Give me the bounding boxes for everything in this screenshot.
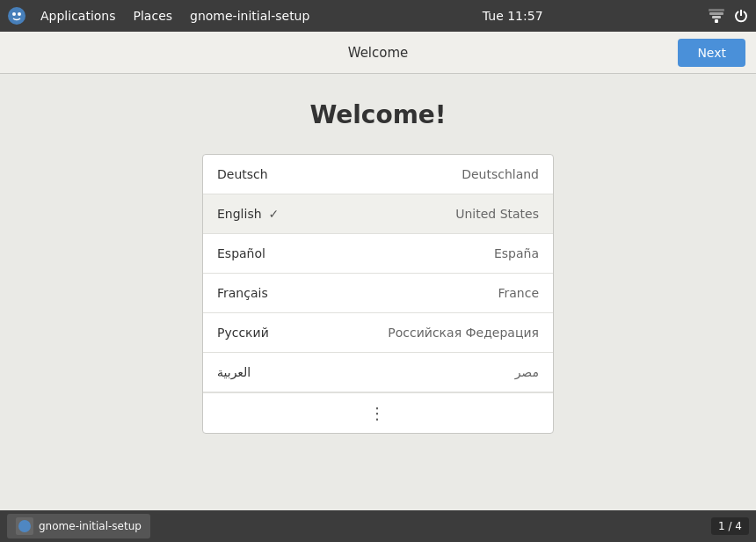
next-button[interactable]: Next bbox=[678, 39, 745, 67]
welcome-heading: Welcome! bbox=[309, 100, 446, 129]
menubar-center: Tue 11:57 bbox=[316, 9, 709, 23]
lang-region-francais: France bbox=[498, 286, 539, 300]
svg-point-2 bbox=[18, 12, 21, 16]
taskbar-item-label: gnome-initial-setup bbox=[39, 520, 142, 532]
more-languages-button[interactable]: ⋮ bbox=[203, 392, 553, 433]
lang-name-arabic: العربية bbox=[217, 365, 251, 379]
taskbar-app-icon bbox=[16, 517, 33, 535]
more-dots-icon: ⋮ bbox=[369, 404, 387, 422]
svg-rect-3 bbox=[715, 19, 718, 23]
menubar-right bbox=[709, 8, 749, 24]
lang-check-english: ✓ bbox=[269, 207, 280, 221]
taskbar: gnome-initial-setup 1 / 4 bbox=[0, 510, 756, 542]
language-row-francais[interactable]: Français France bbox=[203, 274, 553, 313]
lang-name-francais: Français bbox=[217, 286, 268, 300]
svg-point-8 bbox=[18, 520, 31, 532]
lang-left-deutsch: Deutsch bbox=[217, 167, 268, 181]
language-row-espanol[interactable]: Español España bbox=[203, 234, 553, 274]
lang-region-russian: Российская Федерация bbox=[388, 326, 539, 340]
lang-left-francais: Français bbox=[217, 286, 268, 300]
lang-region-deutsch: Deutschland bbox=[462, 167, 539, 181]
language-row-english[interactable]: English ✓ United States bbox=[203, 194, 553, 234]
power-icon[interactable] bbox=[733, 8, 749, 24]
svg-point-0 bbox=[8, 7, 25, 25]
header-title: Welcome bbox=[348, 45, 409, 61]
lang-left-english: English ✓ bbox=[217, 207, 279, 221]
main-content: Welcome! Deutsch Deutschland English ✓ U… bbox=[0, 74, 756, 510]
language-row-arabic[interactable]: العربية مصر bbox=[203, 353, 553, 392]
lang-left-arabic: العربية bbox=[217, 365, 251, 379]
lang-name-espanol: Español bbox=[217, 246, 265, 260]
lang-region-arabic: مصر bbox=[515, 365, 539, 379]
lang-name-english: English bbox=[217, 207, 262, 221]
lang-left-espanol: Español bbox=[217, 246, 265, 260]
svg-rect-4 bbox=[712, 16, 721, 18]
taskbar-gnome-setup-item[interactable]: gnome-initial-setup bbox=[7, 514, 150, 538]
svg-rect-6 bbox=[709, 9, 724, 11]
menubar-setup[interactable]: gnome-initial-setup bbox=[183, 5, 316, 26]
menubar-applications[interactable]: Applications bbox=[33, 5, 123, 26]
menubar-places[interactable]: Places bbox=[127, 5, 180, 26]
page-indicator: 1 / 4 bbox=[711, 517, 749, 535]
language-row-deutsch[interactable]: Deutsch Deutschland bbox=[203, 155, 553, 194]
network-icon[interactable] bbox=[709, 8, 724, 24]
menubar-left: Applications Places gnome-initial-setup bbox=[7, 5, 316, 26]
lang-region-espanol: España bbox=[494, 246, 539, 260]
language-row-russian[interactable]: Русский Российская Федерация bbox=[203, 313, 553, 353]
lang-name-deutsch: Deutsch bbox=[217, 167, 268, 181]
menubar: Applications Places gnome-initial-setup … bbox=[0, 0, 756, 32]
language-list: Deutsch Deutschland English ✓ United Sta… bbox=[202, 154, 554, 434]
lang-name-russian: Русский bbox=[217, 326, 269, 340]
menubar-time: Tue 11:57 bbox=[483, 9, 543, 23]
taskbar-right: 1 / 4 bbox=[711, 517, 749, 535]
lang-region-english: United States bbox=[455, 207, 539, 221]
gnome-logo-icon bbox=[7, 6, 26, 26]
header-bar: Welcome Next bbox=[0, 32, 756, 74]
svg-point-1 bbox=[12, 12, 16, 16]
svg-rect-5 bbox=[709, 12, 723, 15]
lang-left-russian: Русский bbox=[217, 326, 269, 340]
